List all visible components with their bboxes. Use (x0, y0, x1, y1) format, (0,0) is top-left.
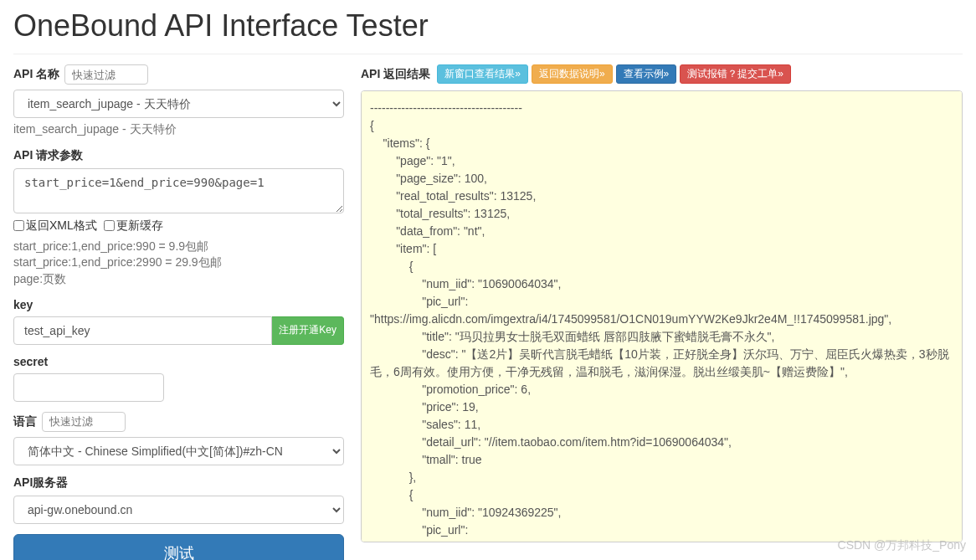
api-name-label: API 名称 (13, 67, 59, 82)
api-params-label: API 请求参数 (13, 148, 83, 163)
api-name-select[interactable]: item_search_jupage - 天天特价 (13, 90, 344, 118)
divider (13, 54, 963, 54)
language-label: 语言 (13, 414, 37, 429)
report-button[interactable]: 测试报错？提交工单» (680, 64, 791, 84)
page-title: OneBound API Interface Tester (13, 8, 963, 44)
result-label: API 返回结果 (361, 67, 430, 82)
api-name-filter-input[interactable] (64, 64, 148, 85)
params-help: start_price:1,end_price:990 = 9.9包邮 star… (13, 239, 344, 288)
secret-label: secret (13, 355, 48, 368)
data-desc-button[interactable]: 返回数据说明» (532, 64, 613, 84)
api-name-help: item_search_jupage - 天天特价 (13, 121, 344, 138)
key-label: key (13, 298, 33, 311)
example-button[interactable]: 查看示例» (616, 64, 677, 84)
left-panel: API 名称 item_search_jupage - 天天特价 item_se… (13, 64, 344, 560)
language-filter-input[interactable] (42, 412, 126, 432)
xml-checkbox-label: 返回XML格式 (26, 218, 97, 232)
register-key-button[interactable]: 注册开通Key (272, 316, 344, 345)
xml-checkbox[interactable] (13, 220, 24, 231)
result-textarea[interactable]: --------------------------------------- … (361, 90, 963, 542)
cache-checkbox[interactable] (104, 220, 115, 231)
api-server-select[interactable]: api-gw.onebound.cn (13, 496, 344, 524)
language-select[interactable]: 简体中文 - Chinese Simplified(中文[简体])#zh-CN (13, 437, 344, 465)
key-input[interactable] (13, 316, 272, 345)
api-server-label: API服务器 (13, 475, 68, 491)
secret-input[interactable] (13, 373, 164, 402)
right-panel: API 返回结果 新窗口查看结果» 返回数据说明» 查看示例» 测试报错？提交工… (361, 64, 963, 560)
new-window-button[interactable]: 新窗口查看结果» (437, 64, 528, 84)
api-params-textarea[interactable]: start_price=1&end_price=990&page=1 (13, 168, 344, 213)
cache-checkbox-label: 更新缓存 (116, 218, 163, 232)
test-button[interactable]: 测试 (13, 534, 344, 560)
